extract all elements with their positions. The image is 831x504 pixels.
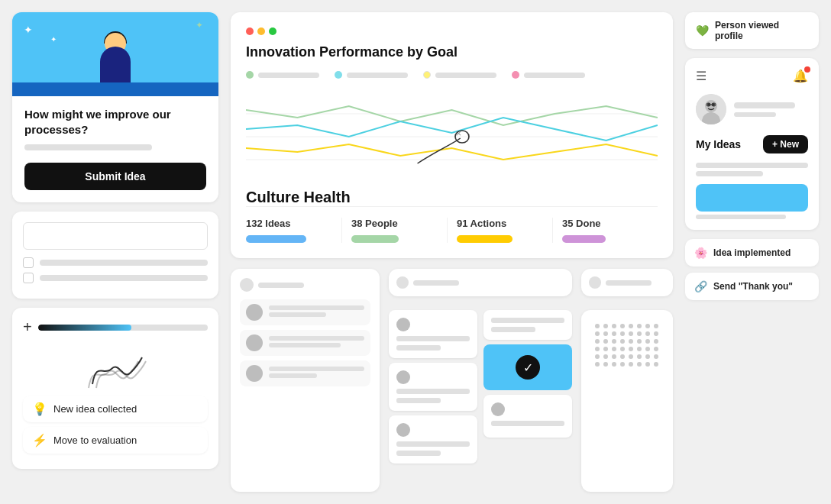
profile-sub-bar bbox=[734, 112, 776, 117]
form-card bbox=[12, 212, 218, 299]
legend-dot-2 bbox=[335, 71, 342, 79]
legend-text-2 bbox=[347, 73, 408, 78]
form-check-text-1 bbox=[40, 260, 208, 266]
chart-svg: × bbox=[246, 91, 658, 183]
idea-card-image: ✦ ✦ ✦ bbox=[12, 12, 218, 96]
check-circle: ✓ bbox=[516, 355, 540, 380]
dots-grid-container bbox=[581, 310, 673, 492]
kanban-card-selected[interactable]: ✓ bbox=[483, 344, 572, 390]
left-panel: ✦ ✦ ✦ How might we improve our processes… bbox=[12, 12, 218, 492]
star-icon-1: ✦ bbox=[24, 24, 33, 36]
center-panel: Innovation Performance by Goal bbox=[231, 12, 673, 492]
kanban-card-5[interactable] bbox=[483, 395, 572, 438]
main-container: ✦ ✦ ✦ How might we improve our processes… bbox=[0, 0, 831, 504]
stat-bar-2 bbox=[351, 235, 399, 243]
kanban-line-9 bbox=[491, 421, 564, 426]
plus-icon[interactable]: + bbox=[23, 318, 32, 336]
list-column-1 bbox=[231, 269, 380, 492]
kanban-avatar-4 bbox=[491, 402, 505, 416]
kanban-line-4 bbox=[396, 398, 441, 403]
chart-area: × bbox=[246, 91, 658, 183]
profile-info bbox=[696, 94, 808, 124]
right-notifications: 🌸 Idea implemented 🔗 Send "Thank you" bbox=[685, 239, 819, 300]
stats-section: 132 Ideas 38 People 91 Actions 35 Done bbox=[246, 206, 658, 243]
stat-item-4: 35 Done bbox=[553, 218, 658, 243]
link-icon: 🔗 bbox=[694, 280, 707, 292]
star-icon-2: ✦ bbox=[50, 35, 57, 44]
kanban-card-3[interactable] bbox=[389, 415, 477, 464]
dots-header bbox=[581, 269, 673, 296]
kanban-cards-area: ✓ bbox=[389, 310, 572, 492]
dot-red bbox=[246, 27, 254, 35]
idea-placeholder-lines bbox=[696, 163, 808, 176]
mini-avatar-1 bbox=[246, 304, 263, 321]
progress-row: + bbox=[23, 318, 208, 336]
mini-list-item-2[interactable] bbox=[240, 330, 370, 356]
hamburger-icon[interactable]: ☰ bbox=[696, 69, 707, 83]
kanban-line-8 bbox=[491, 327, 535, 332]
stat-bar-4 bbox=[562, 235, 606, 243]
kanban-card-2[interactable] bbox=[389, 363, 477, 411]
kanban-card-1[interactable] bbox=[389, 310, 477, 358]
mini-line-2 bbox=[269, 312, 326, 317]
stat-item-3: 91 Actions bbox=[448, 218, 553, 243]
kanban-card-4[interactable] bbox=[483, 310, 572, 340]
mini-line-3 bbox=[269, 336, 364, 341]
culture-section: Culture Health bbox=[246, 183, 658, 206]
form-check-text-2 bbox=[40, 275, 208, 281]
dot-yellow bbox=[257, 27, 265, 35]
idea-card-title: How might we improve our processes? bbox=[24, 107, 206, 137]
legend-item-1 bbox=[246, 71, 319, 79]
mini-header-1 bbox=[240, 278, 370, 292]
mini-text-1 bbox=[269, 305, 364, 319]
kanban-col-2: ✓ bbox=[483, 310, 572, 492]
stat-bar-3 bbox=[457, 235, 513, 243]
mini-list-item-1[interactable] bbox=[240, 299, 370, 325]
right-notif-text-2: Send "Thank you" bbox=[713, 281, 793, 292]
idea-card-placeholder bbox=[24, 144, 152, 150]
idea-ph-line-1 bbox=[696, 163, 808, 168]
mini-list-item-3[interactable] bbox=[240, 360, 370, 386]
submit-idea-button[interactable]: Submit Idea bbox=[24, 163, 206, 190]
new-button[interactable]: + New bbox=[763, 135, 808, 153]
mini-text-2 bbox=[269, 336, 364, 350]
mini-header-bar-1 bbox=[258, 283, 304, 288]
profile-card-header: ☰ 🔔 bbox=[696, 69, 808, 83]
form-check-row-1 bbox=[23, 257, 208, 268]
idea-submission-card: ✦ ✦ ✦ How might we improve our processes… bbox=[12, 12, 218, 202]
dots-header-bar bbox=[606, 280, 652, 286]
lightning-icon-dots bbox=[589, 276, 601, 289]
kanban-col-1 bbox=[389, 310, 477, 492]
profile-name-bar bbox=[734, 102, 795, 108]
flower-icon: 🌸 bbox=[694, 247, 707, 259]
mini-line-5 bbox=[269, 367, 364, 371]
legend-item-4 bbox=[512, 71, 585, 79]
kanban-avatar-2 bbox=[396, 370, 410, 384]
right-notif-implemented: 🌸 Idea implemented bbox=[685, 239, 819, 267]
chart-title: Innovation Performance by Goal bbox=[246, 44, 658, 60]
idea-ph-line-2 bbox=[696, 171, 763, 176]
stat-item-2: 38 People bbox=[342, 218, 448, 243]
heart-icon: 💚 bbox=[696, 24, 709, 37]
stat-bar-1 bbox=[246, 235, 306, 243]
legend-dot-1 bbox=[246, 71, 254, 79]
dots-grid bbox=[589, 318, 665, 373]
form-checkbox-1[interactable] bbox=[23, 257, 34, 268]
stat-label-4: 35 Done bbox=[562, 218, 648, 229]
stat-item-1: 132 Ideas bbox=[246, 218, 342, 243]
kanban-line-6 bbox=[396, 451, 441, 456]
form-checkbox-2[interactable] bbox=[23, 273, 34, 283]
right-notif-thankyou: 🔗 Send "Thank you" bbox=[685, 273, 819, 300]
squiggle-area bbox=[23, 342, 208, 396]
avatar-svg bbox=[696, 94, 726, 124]
blue-strip bbox=[12, 82, 218, 96]
dots-section bbox=[581, 269, 673, 492]
profile-text-lines bbox=[734, 102, 808, 117]
form-input-mock[interactable] bbox=[23, 222, 208, 250]
form-check-row-2 bbox=[23, 273, 208, 283]
idea-card-body: How might we improve our processes? Subm… bbox=[12, 96, 218, 202]
chart-legend bbox=[246, 71, 658, 79]
mini-line-4 bbox=[269, 343, 341, 347]
star-icon-kanban bbox=[396, 276, 409, 289]
dot-green bbox=[269, 27, 276, 35]
